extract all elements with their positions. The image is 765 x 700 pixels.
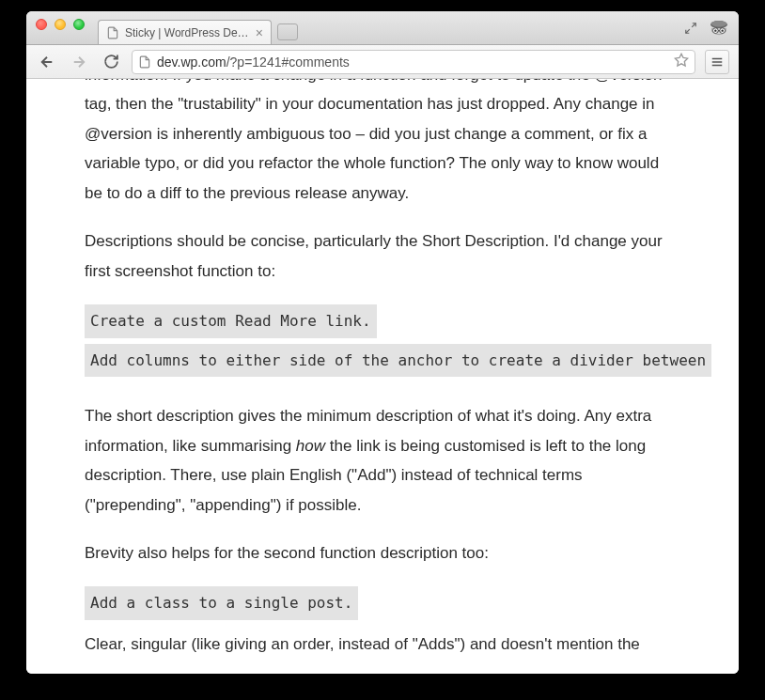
toolbar: dev.wp.com/?p=1241#comments [26,45,739,79]
paragraph: information. If you make a change in a f… [85,79,680,208]
incognito-icon [707,17,729,39]
titlebar: Sticky | WordPress Develop × [26,11,739,45]
url-path: /?p=1241#comments [226,54,350,70]
url-text: dev.wp.com/?p=1241#comments [157,54,674,70]
close-tab-icon[interactable]: × [256,25,263,40]
site-info-icon[interactable] [138,55,151,69]
window-controls [36,19,85,30]
page-favicon-icon [106,26,119,39]
paragraph: Descriptions should be concise, particul… [85,226,680,286]
url-domain: dev.wp.com [157,54,226,70]
back-button[interactable] [36,51,58,73]
paragraph: Brevity also helps for the second functi… [85,538,680,568]
reload-button[interactable] [100,51,122,73]
minimize-window-button[interactable] [55,19,66,30]
hamburger-menu-button[interactable] [705,50,729,74]
svg-line-0 [692,23,695,27]
address-bar[interactable]: dev.wp.com/?p=1241#comments [132,50,695,74]
forward-button[interactable] [68,51,90,73]
paragraph: Clear, singular (like giving an order, i… [85,630,680,659]
close-window-button[interactable] [36,19,47,30]
svg-point-3 [711,21,726,27]
code-line: Add columns to either side of the anchor… [85,344,711,378]
browser-tab[interactable]: Sticky | WordPress Develop × [98,20,272,44]
svg-point-7 [721,29,723,31]
emphasis: how [296,437,325,455]
article-body: information. If you make a change in a f… [26,79,739,659]
code-line: Create a custom Read More link. [85,304,377,338]
svg-line-1 [686,29,690,33]
svg-point-6 [714,29,716,31]
code-line: Add a class to a single post. [85,586,358,620]
browser-window: Sticky | WordPress Develop × [26,11,739,674]
zoom-window-button[interactable] [73,19,85,30]
page-content[interactable]: information. If you make a change in a f… [26,79,739,674]
fullscreen-icon[interactable] [684,22,697,35]
tab-title: Sticky | WordPress Develop [125,26,250,39]
titlebar-right [684,17,729,39]
code-block: Create a custom Read More link. Add colu… [85,304,680,382]
paragraph: The short description gives the minimum … [85,401,680,520]
tab-strip: Sticky | WordPress Develop × [98,11,298,44]
svg-marker-11 [675,54,687,66]
code-block: Add a class to a single post. [85,586,680,626]
bookmark-star-icon[interactable] [674,53,689,70]
new-tab-button[interactable] [277,23,298,40]
